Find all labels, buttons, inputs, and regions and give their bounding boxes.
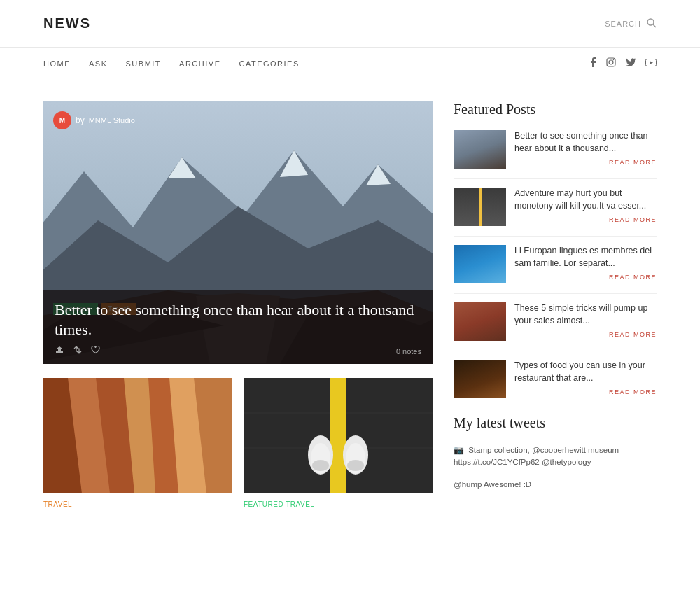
facebook-icon[interactable] bbox=[591, 57, 596, 70]
featured-thumb-1 bbox=[454, 130, 506, 169]
small-post-1: Travel bbox=[43, 378, 232, 508]
youtube-icon[interactable] bbox=[645, 58, 657, 69]
svg-point-4 bbox=[613, 59, 615, 61]
search-label: SEARCH bbox=[605, 20, 641, 28]
social-links bbox=[591, 57, 657, 70]
tweets-section: My latest tweets 📷 Stamp collection, @co… bbox=[454, 415, 657, 491]
read-more-4[interactable]: READ MORE bbox=[514, 331, 657, 338]
featured-post-1-info: Better to see something once than hear a… bbox=[514, 130, 657, 166]
divider-4 bbox=[454, 351, 657, 351]
tweets-title: My latest tweets bbox=[454, 415, 657, 431]
main-nav: HOME ASK SUBMIT ARCHIVE CATEGORIES bbox=[0, 48, 700, 80]
author-link[interactable]: MNML Studio bbox=[89, 116, 135, 125]
featured-post-2: Adventure may hurt you but monotony will… bbox=[454, 188, 657, 226]
search-area[interactable]: SEARCH bbox=[605, 18, 657, 29]
featured-post-1-title: Better to see something once than hear a… bbox=[514, 130, 657, 155]
instagram-icon[interactable] bbox=[606, 57, 616, 70]
featured-post-4: These 5 simple tricks will pump up your … bbox=[454, 302, 657, 341]
left-column: M by MNML Studio Featured Travel Better … bbox=[43, 101, 433, 508]
tweet-camera-icon: 📷 bbox=[454, 445, 464, 455]
svg-point-3 bbox=[609, 60, 613, 64]
featured-post-1: Better to see something once than hear a… bbox=[454, 130, 657, 169]
tweet-2-text: @hump Awesome! :D bbox=[454, 479, 657, 491]
svg-line-1 bbox=[653, 24, 656, 27]
hero-caption: Better to see something once than hear a… bbox=[43, 290, 433, 364]
hero-post: M by MNML Studio Featured Travel Better … bbox=[43, 101, 433, 364]
small-post-2: Featured Travel bbox=[244, 378, 433, 508]
featured-thumb-2 bbox=[454, 188, 506, 226]
read-more-3[interactable]: READ MORE bbox=[514, 274, 657, 281]
nav-item-submit[interactable]: SUBMIT bbox=[126, 59, 162, 68]
featured-post-5-info: Types of food you can use in your restau… bbox=[514, 360, 657, 395]
nav-item-archive[interactable]: ARCHIVE bbox=[179, 59, 220, 68]
sidebar: Featured Posts Better to see something o… bbox=[454, 101, 657, 508]
small-post-2-tag[interactable]: Featured Travel bbox=[244, 500, 433, 508]
author-by: by bbox=[76, 115, 85, 125]
hero-notes: 0 notes bbox=[396, 347, 421, 356]
featured-post-5-title: Types of food you can use in your restau… bbox=[514, 360, 657, 384]
tweet-1: 📷 Stamp collection, @cooperhewitt museum… bbox=[454, 444, 657, 469]
small-post-1-tag[interactable]: Travel bbox=[43, 500, 232, 508]
svg-rect-28 bbox=[330, 378, 346, 493]
author-avatar: M bbox=[53, 111, 71, 129]
nav-item-ask[interactable]: ASK bbox=[89, 59, 108, 68]
nav-links: HOME ASK SUBMIT ARCHIVE CATEGORIES bbox=[43, 58, 300, 69]
nav-item-home[interactable]: HOME bbox=[43, 59, 71, 68]
featured-post-3: Li Europan lingues es membres del sam fa… bbox=[454, 245, 657, 283]
twitter-icon[interactable] bbox=[626, 58, 636, 69]
read-more-2[interactable]: READ MORE bbox=[514, 216, 657, 223]
featured-posts-title: Featured Posts bbox=[454, 101, 657, 118]
featured-posts-section: Featured Posts Better to see something o… bbox=[454, 101, 657, 398]
featured-thumb-5 bbox=[454, 360, 506, 398]
featured-post-4-title: These 5 simple tricks will pump up your … bbox=[514, 302, 657, 327]
featured-thumb-3 bbox=[454, 245, 506, 283]
svg-rect-2 bbox=[607, 58, 615, 66]
read-more-5[interactable]: READ MORE bbox=[514, 388, 657, 395]
hero-author: M by MNML Studio bbox=[53, 111, 135, 129]
svg-marker-6 bbox=[650, 61, 653, 64]
divider-3 bbox=[454, 293, 657, 294]
hero-footer: 0 notes bbox=[55, 346, 421, 357]
canyon-image bbox=[43, 378, 232, 493]
featured-post-3-title: Li Europan lingues es membres del sam fa… bbox=[514, 245, 657, 269]
svg-point-31 bbox=[312, 460, 329, 471]
site-header: NEWS SEARCH bbox=[0, 0, 700, 48]
featured-post-2-info: Adventure may hurt you but monotony will… bbox=[514, 188, 657, 223]
share-icon[interactable] bbox=[55, 346, 64, 357]
hero-title: Better to see something once than hear a… bbox=[55, 300, 421, 340]
featured-post-2-title: Adventure may hurt you but monotony will… bbox=[514, 188, 657, 212]
divider-1 bbox=[454, 178, 657, 179]
read-more-1[interactable]: READ MORE bbox=[514, 159, 657, 166]
svg-point-0 bbox=[648, 19, 654, 25]
like-icon[interactable] bbox=[91, 346, 100, 357]
site-logo[interactable]: NEWS bbox=[43, 15, 91, 31]
nav-item-categories[interactable]: CATEGORIES bbox=[239, 59, 299, 68]
small-posts-row: Travel bbox=[43, 378, 433, 508]
tweet-2: @hump Awesome! :D bbox=[454, 479, 657, 491]
featured-post-5: Types of food you can use in your restau… bbox=[454, 360, 657, 398]
featured-thumb-4 bbox=[454, 302, 506, 341]
featured-post-4-info: These 5 simple tricks will pump up your … bbox=[514, 302, 657, 338]
reblog-icon[interactable] bbox=[73, 346, 83, 357]
hero-actions bbox=[55, 346, 100, 357]
street-image bbox=[244, 378, 433, 493]
search-icon[interactable] bbox=[647, 18, 657, 29]
svg-point-34 bbox=[347, 460, 364, 471]
main-content: M by MNML Studio Featured Travel Better … bbox=[0, 80, 700, 529]
tweet-1-text: 📷 Stamp collection, @cooperhewitt museum… bbox=[454, 444, 657, 469]
featured-post-3-info: Li Europan lingues es membres del sam fa… bbox=[514, 245, 657, 281]
divider-2 bbox=[454, 236, 657, 237]
